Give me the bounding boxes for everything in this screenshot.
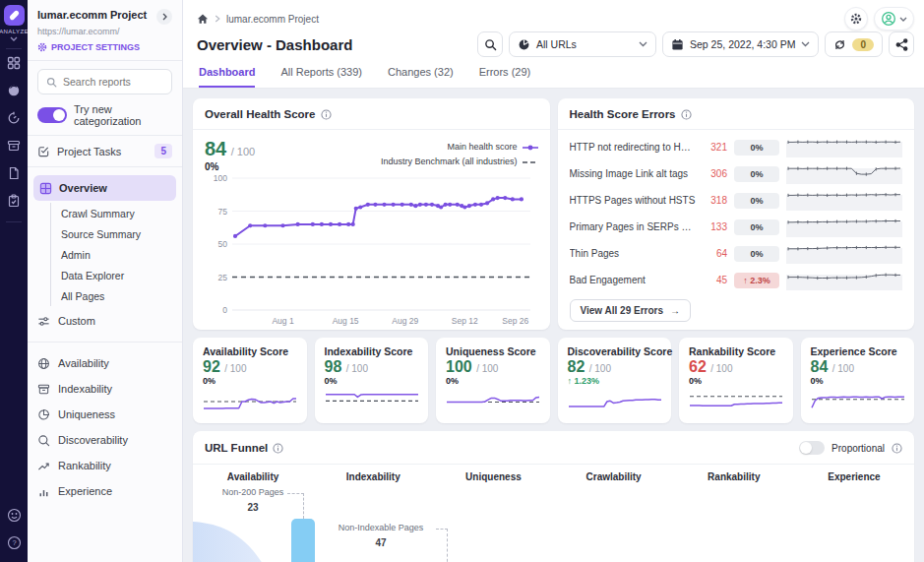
funnel-stage-label: Non-Indexable Pages47 <box>327 522 435 550</box>
experience-score-card[interactable]: Experience Score 84 / 100 0% <box>801 338 915 423</box>
settings-gear-button[interactable] <box>844 7 868 31</box>
url-filter-select[interactable]: All URLs <box>509 31 656 57</box>
error-trend-badge: 0% <box>734 166 779 182</box>
globe-icon[interactable] <box>0 77 28 104</box>
error-row[interactable]: HTTP not redirecting to HTTPS 321 0% <box>570 134 903 160</box>
error-label[interactable]: Bad Engagement <box>570 275 701 285</box>
info-icon[interactable] <box>321 109 332 120</box>
funnel-col-crawlability: Crawlability <box>554 471 674 482</box>
rankability-score-card[interactable]: Rankability Score 62 / 100 0% <box>679 338 793 423</box>
tab-errors[interactable]: Errors (29) <box>479 66 531 88</box>
task-check-icon <box>37 145 50 157</box>
error-row[interactable]: HTTPS Pages without HSTS 318 0% <box>570 187 903 214</box>
info-icon[interactable] <box>892 443 902 454</box>
error-trend-badge: 0% <box>734 193 779 209</box>
sidebar-item-data-explorer[interactable]: Data Explorer <box>61 265 172 285</box>
proportional-toggle[interactable] <box>799 441 825 455</box>
funnel-col-rankability: Rankability <box>674 471 794 482</box>
history-clock-icon[interactable] <box>0 104 28 132</box>
search-reports-box[interactable] <box>37 69 172 94</box>
search-button[interactable] <box>477 31 503 57</box>
sidebar-item-discoverability[interactable]: Discoverability <box>37 427 172 453</box>
uniqueness-score-card[interactable]: Uniqueness Score 100 / 100 0% <box>436 338 550 423</box>
info-icon[interactable] <box>273 443 283 454</box>
proportional-label: Proportional <box>832 443 885 454</box>
clipboard-icon[interactable] <box>0 187 28 215</box>
home-icon[interactable] <box>197 13 209 25</box>
availability-score-card[interactable]: Availability Score 92 / 100 0% <box>193 338 307 423</box>
lumar-logo[interactable] <box>4 5 25 26</box>
error-sparkline <box>786 271 902 290</box>
chevron-down-icon[interactable] <box>10 36 18 41</box>
sliders-icon <box>37 315 50 328</box>
project-tasks-item[interactable]: Project Tasks 5 <box>37 144 172 158</box>
funnel-bar-non-200[interactable] <box>291 519 315 562</box>
chevron-down-icon <box>899 17 907 22</box>
error-label[interactable]: HTTP not redirecting to HTTPS <box>570 142 701 153</box>
overall-health-chart[interactable]: 0255075100Aug 1Aug 15Aug 29Sep 12Sep 26 <box>205 172 538 328</box>
error-label[interactable]: Primary Pages in SERPs withou... <box>570 221 701 232</box>
sidebar-item-custom[interactable]: Custom <box>37 308 172 334</box>
rankability-sparkline <box>689 388 783 417</box>
funnel-col-indexability: Indexability <box>313 471 433 482</box>
sidebar-item-source-summary[interactable]: Source Summary <box>61 223 172 244</box>
project-settings-link[interactable]: PROJECT SETTINGS <box>37 42 172 52</box>
help-icon[interactable]: ? <box>0 529 28 556</box>
tasks-count-badge: 5 <box>154 144 172 158</box>
document-icon[interactable] <box>0 159 28 187</box>
sidebar-item-overview[interactable]: Overview <box>33 175 176 201</box>
sidebar-item-all-pages[interactable]: All Pages <box>61 285 172 306</box>
url-filter-value: All URLs <box>536 38 577 50</box>
archive-icon[interactable] <box>0 132 28 159</box>
error-count: 306 <box>700 168 727 179</box>
tab-all-reports[interactable]: All Reports (339) <box>280 66 362 88</box>
sidebar-item-admin[interactable]: Admin <box>61 244 172 265</box>
error-row[interactable]: Primary Pages in SERPs withou... 133 0% <box>570 214 903 240</box>
account-menu-button[interactable] <box>874 7 914 31</box>
url-funnel-chart[interactable]: Non-200 Pages23 Non-Indexable Pages47 <box>193 484 914 562</box>
view-all-errors-button[interactable]: View All 29 Errors→ <box>570 299 692 322</box>
refresh-group[interactable]: 0 <box>825 31 883 57</box>
topbar: lumar.ecomm Project Overview - Dashboard… <box>183 0 924 89</box>
avatar-icon <box>881 11 896 27</box>
error-label[interactable]: HTTPS Pages without HSTS <box>570 195 701 206</box>
error-label[interactable]: Missing Image Link alt tags <box>570 168 701 179</box>
tab-changes[interactable]: Changes (32) <box>388 66 454 88</box>
share-button[interactable] <box>889 31 914 57</box>
sidebar-item-crawl-summary[interactable]: Crawl Summary <box>61 203 172 223</box>
error-row[interactable]: Thin Pages 64 0% <box>570 240 903 267</box>
error-row[interactable]: Bad Engagement 45 ↑ 2.3% <box>570 267 903 293</box>
dashboard-grid-icon[interactable] <box>0 49 28 77</box>
sidebar-item-indexability[interactable]: Indexability <box>37 376 172 402</box>
new-categorization-toggle[interactable]: Try new categorization <box>37 103 172 127</box>
info-icon[interactable] <box>681 109 692 120</box>
overall-health-panel: Overall Health Score 84 / 100 0% Main he… <box>193 98 550 330</box>
toggle-on-switch[interactable] <box>37 107 67 123</box>
overall-health-title: Overall Health Score <box>205 108 316 120</box>
legend-benchmark-label: Industry Benchmark (all industries) <box>381 155 518 169</box>
feedback-smiley-icon[interactable] <box>0 501 28 529</box>
breadcrumb-project[interactable]: lumar.ecomm Project <box>226 14 319 25</box>
collapse-sidebar-button[interactable] <box>156 9 172 25</box>
sidebar-item-uniqueness[interactable]: Uniqueness <box>37 402 172 427</box>
error-count: 64 <box>700 248 727 259</box>
sidebar-item-experience[interactable]: Experience <box>37 478 172 504</box>
funnel-stage-label: Non-200 Pages23 <box>209 486 297 515</box>
sidebar-item-availability[interactable]: Availability <box>37 350 172 376</box>
tab-dashboard[interactable]: Dashboard <box>199 66 255 88</box>
discoverability-score-card[interactable]: Discoverability Score 82 / 100 ↑ 1.23% <box>558 338 672 423</box>
error-row[interactable]: Missing Image Link alt tags 306 0% <box>570 160 903 187</box>
sidebar-item-rankability[interactable]: Rankability <box>37 453 172 478</box>
overview-sub-list: Crawl Summary Source Summary Admin Data … <box>50 203 172 306</box>
error-label[interactable]: Thin Pages <box>570 248 701 259</box>
date-picker[interactable]: Sep 25, 2022, 4:30 PM <box>662 31 819 57</box>
project-url: https://lumar.ecomm/ <box>37 27 172 36</box>
card-delta: 0% <box>689 376 783 386</box>
availability-sparkline <box>203 388 297 417</box>
date-value: Sep 25, 2022, 4:30 PM <box>690 38 795 50</box>
error-count: 318 <box>700 195 727 206</box>
indexability-score-card[interactable]: Indexability Score 98 / 100 0% <box>315 338 429 423</box>
toggle-label: Try new categorization <box>74 103 172 127</box>
search-reports-input[interactable] <box>63 76 163 88</box>
search-icon <box>37 434 50 447</box>
